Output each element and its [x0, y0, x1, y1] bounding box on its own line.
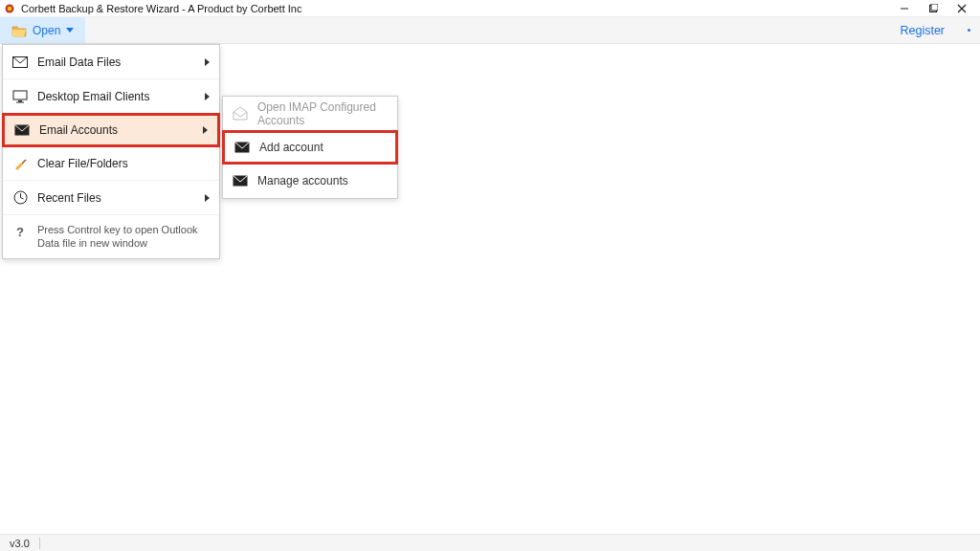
menu-item-desktop-email-clients[interactable]: Desktop Email Clients — [3, 79, 219, 114]
help-icon: ? — [12, 224, 28, 239]
toolbar: Open Register — [0, 17, 980, 44]
envelope-closed-icon — [14, 122, 30, 138]
chevron-right-icon — [205, 93, 210, 100]
version-label: v3.0 — [10, 538, 30, 549]
chevron-down-icon — [66, 28, 74, 33]
svg-rect-10 — [16, 101, 24, 102]
maximize-button[interactable] — [919, 0, 947, 17]
clock-icon — [12, 190, 28, 206]
chevron-right-icon — [205, 58, 210, 66]
close-button[interactable] — [947, 0, 976, 17]
open-menu: Email Data Files Desktop Email Clients E… — [2, 44, 220, 259]
svg-rect-8 — [13, 91, 27, 99]
svg-point-1 — [8, 6, 12, 11]
minimize-button[interactable] — [890, 0, 919, 17]
kebab-icon — [968, 29, 970, 32]
monitor-icon — [12, 89, 28, 104]
statusbar-separator — [39, 538, 40, 549]
submenu-item-label: Manage accounts — [257, 174, 348, 187]
svg-rect-4 — [931, 4, 938, 11]
menu-item-label: Desktop Email Clients — [37, 90, 205, 103]
submenu-item-label: Open IMAP Configured Accounts — [257, 100, 388, 127]
submenu-add-account[interactable]: Add account — [222, 130, 398, 165]
titlebar: Corbett Backup & Restore Wizard - A Prod… — [0, 0, 980, 17]
svg-rect-9 — [18, 100, 22, 102]
menu-item-clear-files[interactable]: Clear File/Folders — [3, 146, 219, 181]
envelope-icon — [12, 55, 28, 70]
submenu-manage-accounts[interactable]: Manage accounts — [223, 164, 397, 198]
menu-item-email-accounts[interactable]: Email Accounts — [2, 113, 220, 147]
chevron-right-icon — [205, 194, 210, 202]
content-area: Email Data Files Desktop Email Clients E… — [0, 44, 980, 534]
chevron-right-icon — [203, 126, 208, 134]
menu-hint-text: Press Control key to open Outlook Data f… — [37, 223, 210, 251]
menu-hint: ? Press Control key to open Outlook Data… — [3, 215, 219, 258]
app-icon — [4, 3, 15, 14]
menu-item-label: Recent Files — [37, 191, 205, 205]
menu-item-recent-files[interactable]: Recent Files — [3, 181, 219, 215]
envelope-closed-icon — [233, 173, 248, 188]
broom-icon — [12, 156, 28, 171]
svg-line-12 — [22, 160, 26, 164]
menu-item-label: Email Accounts — [39, 123, 203, 137]
register-link[interactable]: Register — [886, 17, 958, 43]
open-label: Open — [33, 24, 60, 37]
statusbar: v3.0 — [0, 534, 980, 551]
menu-item-email-data-files[interactable]: Email Data Files — [3, 45, 219, 79]
folder-open-icon — [11, 24, 27, 37]
more-options-button[interactable] — [958, 17, 980, 43]
register-label: Register — [900, 24, 945, 37]
window-title: Corbett Backup & Restore Wizard - A Prod… — [21, 3, 301, 14]
svg-text:?: ? — [16, 225, 24, 238]
menu-item-label: Clear File/Folders — [37, 157, 210, 170]
open-menu-button[interactable]: Open — [0, 17, 85, 43]
submenu-open-imap: Open IMAP Configured Accounts — [223, 97, 397, 131]
menu-item-label: Email Data Files — [37, 55, 205, 69]
email-accounts-submenu: Open IMAP Configured Accounts Add accoun… — [222, 96, 398, 199]
envelope-open-icon — [233, 106, 248, 121]
envelope-closed-icon — [234, 140, 250, 155]
submenu-item-label: Add account — [259, 141, 323, 154]
